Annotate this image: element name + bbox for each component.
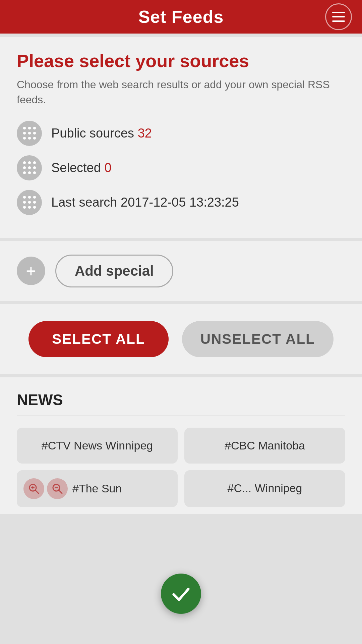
svg-point-15 bbox=[23, 171, 26, 174]
svg-point-4 bbox=[28, 132, 31, 135]
svg-point-11 bbox=[33, 161, 36, 164]
section-divider bbox=[17, 416, 345, 416]
last-search-row: Last search 2017-12-05 13:23:25 bbox=[17, 190, 345, 215]
menu-button[interactable] bbox=[325, 3, 352, 30]
svg-line-32 bbox=[59, 490, 62, 493]
svg-point-23 bbox=[33, 201, 36, 204]
svg-point-16 bbox=[28, 171, 31, 174]
svg-point-18 bbox=[23, 196, 26, 199]
add-special-card: + Add special bbox=[0, 241, 362, 301]
svg-point-14 bbox=[33, 166, 36, 169]
svg-point-25 bbox=[28, 206, 31, 209]
svg-point-19 bbox=[28, 196, 31, 199]
sources-info-card: Please select your sources Choose from t… bbox=[0, 37, 362, 238]
feed-grid: #CTV News Winnipeg #CBC Manitoba bbox=[17, 428, 345, 507]
plus-circle-icon[interactable]: + bbox=[17, 257, 45, 285]
feed-item-cbc-winnipeg[interactable]: #C... Winnipeg bbox=[184, 470, 345, 507]
page-title: Set Feeds bbox=[138, 7, 224, 27]
svg-point-6 bbox=[23, 137, 26, 140]
public-sources-row: Public sources 32 bbox=[17, 121, 345, 146]
public-sources-count: 32 bbox=[138, 126, 152, 140]
card-title: Please select your sources bbox=[17, 50, 345, 71]
news-section-label: NEWS bbox=[17, 391, 345, 409]
dot-icon-selected bbox=[17, 155, 42, 180]
unselect-all-button[interactable]: UNSELECT ALL bbox=[182, 321, 334, 357]
last-search-text: Last search 2017-12-05 13:23:25 bbox=[51, 195, 239, 210]
news-section-card: NEWS #CTV News Winnipeg #CBC Manitoba bbox=[0, 377, 362, 514]
svg-point-8 bbox=[33, 137, 36, 140]
menu-line bbox=[332, 16, 345, 17]
svg-point-1 bbox=[28, 127, 31, 129]
select-row: SELECT ALL UNSELECT ALL bbox=[17, 318, 345, 361]
svg-point-13 bbox=[28, 166, 31, 169]
zoom-out-icon bbox=[47, 478, 68, 499]
add-special-row: + Add special bbox=[17, 255, 345, 287]
feed-item-ctv[interactable]: #CTV News Winnipeg bbox=[17, 428, 178, 464]
header: Set Feeds bbox=[0, 0, 362, 34]
dot-icon-public bbox=[17, 121, 42, 146]
svg-point-20 bbox=[33, 196, 36, 199]
selected-row: Selected 0 bbox=[17, 155, 345, 180]
selected-text: Selected 0 bbox=[51, 161, 112, 175]
zoom-in-icon bbox=[23, 478, 44, 499]
svg-point-2 bbox=[33, 127, 36, 129]
svg-point-22 bbox=[28, 201, 31, 204]
svg-point-26 bbox=[33, 206, 36, 209]
svg-point-24 bbox=[23, 206, 26, 209]
svg-point-3 bbox=[23, 132, 26, 135]
feed-item-thesun[interactable]: #The Sun bbox=[17, 470, 178, 507]
card-subtitle: Choose from the web search results or ad… bbox=[17, 77, 345, 107]
menu-line bbox=[332, 20, 345, 22]
select-actions-card: SELECT ALL UNSELECT ALL bbox=[0, 304, 362, 374]
dot-icon-search bbox=[17, 190, 42, 215]
menu-line bbox=[332, 12, 345, 13]
feed-item-cbc[interactable]: #CBC Manitoba bbox=[184, 428, 345, 464]
svg-point-9 bbox=[23, 161, 26, 164]
fab-confirm-button[interactable] bbox=[161, 574, 201, 614]
selected-count: 0 bbox=[104, 161, 111, 175]
svg-point-10 bbox=[28, 161, 31, 164]
svg-point-5 bbox=[33, 132, 36, 135]
add-special-button[interactable]: Add special bbox=[55, 255, 173, 287]
zoom-icons-wrap bbox=[23, 478, 68, 499]
svg-point-7 bbox=[28, 137, 31, 140]
svg-point-12 bbox=[23, 166, 26, 169]
public-sources-text: Public sources 32 bbox=[51, 126, 152, 141]
svg-point-17 bbox=[33, 171, 36, 174]
select-all-button[interactable]: SELECT ALL bbox=[28, 321, 168, 357]
svg-point-0 bbox=[23, 127, 26, 129]
svg-point-21 bbox=[23, 201, 26, 204]
svg-line-28 bbox=[35, 490, 39, 493]
